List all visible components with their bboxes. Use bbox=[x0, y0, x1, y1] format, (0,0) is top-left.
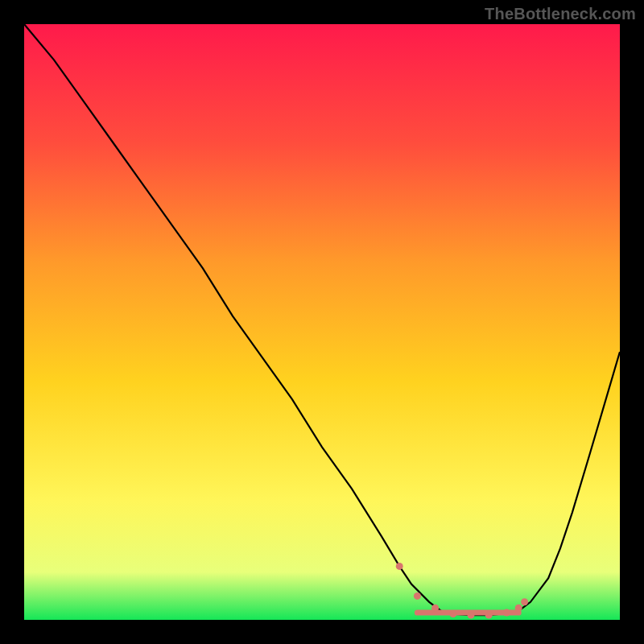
threshold-marker bbox=[521, 598, 528, 605]
threshold-marker bbox=[485, 612, 493, 619]
curve-layer bbox=[24, 24, 620, 620]
plot-area bbox=[24, 24, 620, 620]
threshold-marker bbox=[468, 612, 475, 619]
watermark: TheBottleneck.com bbox=[485, 5, 636, 23]
threshold-marker bbox=[449, 610, 456, 617]
chart-frame: TheBottleneck.com bbox=[0, 0, 644, 644]
threshold-marker bbox=[503, 609, 510, 617]
threshold-marker bbox=[414, 592, 421, 600]
threshold-marker bbox=[515, 605, 522, 612]
threshold-marker bbox=[431, 605, 439, 612]
threshold-marker bbox=[396, 563, 403, 570]
bottleneck-curve bbox=[24, 24, 620, 615]
